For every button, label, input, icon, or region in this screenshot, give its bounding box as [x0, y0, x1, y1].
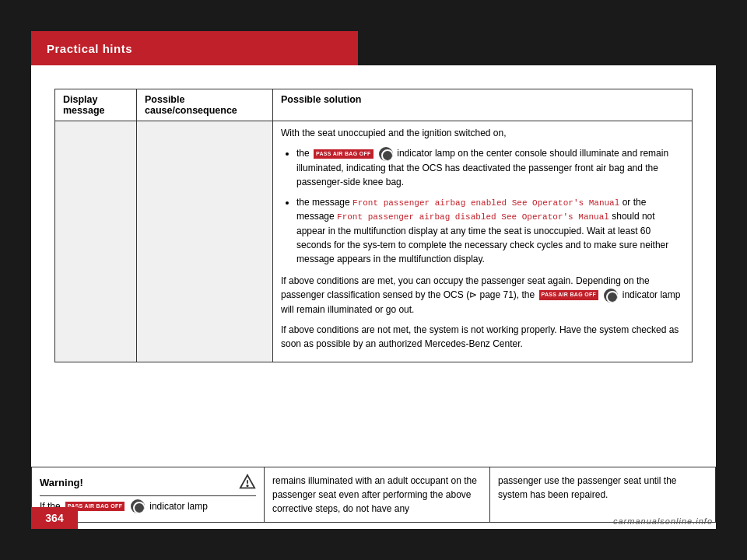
bullet-1: the PASS AIR BAG OFF indicator lamp on t…: [296, 146, 684, 189]
solution-para3: If above conditions are not met, the sys…: [281, 323, 684, 351]
content-table: Display message Possible cause/consequen…: [54, 89, 693, 362]
airbag-icon-1: [379, 147, 393, 161]
solution-intro: With the seat unoccupied and the ignitio…: [281, 126, 684, 140]
mono-text-1: Front passenger airbag enabled See Opera…: [352, 198, 619, 208]
page-title: Practical hints: [47, 42, 132, 55]
warning-divider: [40, 495, 256, 496]
airbag-icon-2: [604, 289, 618, 303]
cause-cell: [137, 121, 273, 362]
solution-cell: With the seat unoccupied and the ignitio…: [273, 121, 693, 362]
solution-list: the PASS AIR BAG OFF indicator lamp on t…: [296, 146, 684, 266]
main-content: Display message Possible cause/consequen…: [31, 65, 716, 529]
svg-point-2: [247, 485, 247, 486]
display-message-cell: [55, 121, 137, 362]
airbag-badge-1: PASS AIR BAG OFF: [314, 149, 374, 159]
warning-continues-1: remains illuminated with an adult occupa…: [265, 467, 490, 523]
col-header-cause: Possible cause/consequence: [137, 89, 273, 121]
bullet-2: the message Front passenger airbag enabl…: [296, 195, 684, 266]
warning-label: Warning!: [40, 477, 83, 488]
watermark: carmanualsonline.info: [613, 516, 713, 526]
table-row: With the seat unoccupied and the ignitio…: [55, 121, 693, 362]
warning-header: Warning!: [40, 474, 256, 491]
col-header-solution: Possible solution: [273, 89, 693, 121]
bullet2-prefix: the message: [296, 197, 350, 208]
solution-para2: If above conditions are met, you can occ…: [281, 274, 684, 317]
header-bar: Practical hints: [31, 31, 358, 65]
bullet1-prefix: the: [296, 148, 310, 159]
warning-section: Warning! If the PASS AIR BAG OFF indicat…: [31, 467, 716, 523]
page-number: 364: [31, 507, 78, 529]
warning-continues-2: passenger use the passenger seat until t…: [490, 467, 716, 523]
warning-triangle-icon: [239, 474, 256, 491]
col-header-display: Display message: [55, 89, 137, 121]
airbag-badge-2: PASS AIR BAG OFF: [539, 290, 599, 300]
airbag-icon-warning: [131, 499, 145, 513]
mono-text-2: Front passenger airbag disabled See Oper…: [337, 212, 609, 222]
